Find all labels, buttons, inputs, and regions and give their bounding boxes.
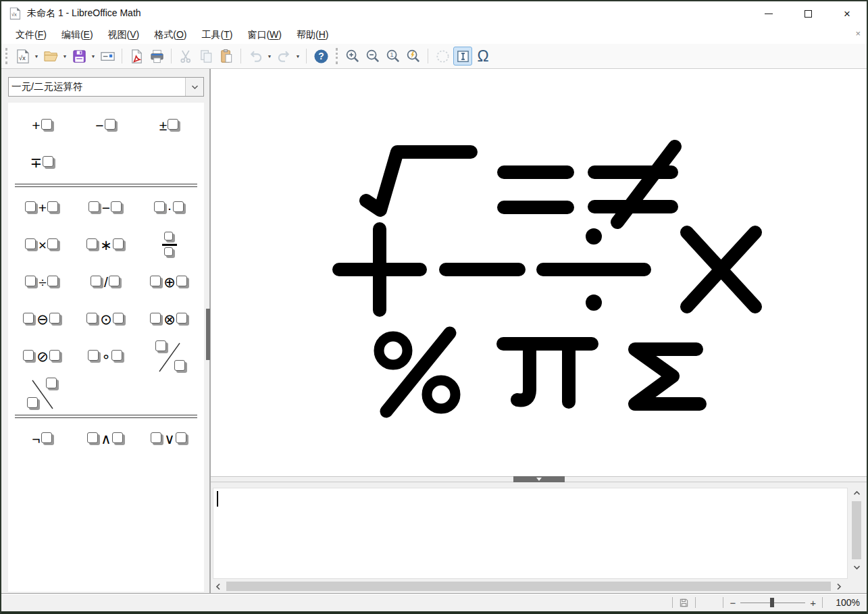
collapse-arrow-icon [536,478,542,481]
menu-e[interactable]: 编辑(E) [54,27,101,43]
toolbar-grip-icon[interactable] [336,48,338,64]
command-window [211,482,867,593]
zoom-in-icon[interactable]: + [810,597,816,609]
element-star-product[interactable]: ∗ [74,226,138,263]
category-selector[interactable]: 一元/二元运算符 [8,77,204,97]
element-composition[interactable]: ∘ [74,338,138,375]
toolbar-separator [428,49,428,63]
element-division-slash[interactable]: / [74,263,138,301]
open-button[interactable] [41,47,60,66]
zoom-out-icon[interactable]: − [730,597,736,609]
minimize-button[interactable] [749,1,788,26]
menu-t[interactable]: 工具(T) [195,27,240,43]
element-circled-slash[interactable]: ⊘ [11,338,74,375]
email-icon [100,49,116,64]
redo-icon [276,49,292,64]
placeholder-box [173,201,184,212]
zoom-slider[interactable]: − + [730,597,816,609]
help-button[interactable]: ? [311,47,330,66]
placeholder-box [176,276,187,286]
element-unary-minus[interactable]: − [74,107,138,144]
scrollbar-thumb[interactable] [852,501,861,559]
undo-dropdown: ▼ [266,47,273,66]
menu-v[interactable]: 视图(V) [101,27,147,43]
element-boolean-and[interactable]: ∧ [74,420,138,457]
element-fraction[interactable] [138,226,201,263]
element-addition[interactable]: + [11,189,74,226]
vertical-scrollbar[interactable] [850,488,863,579]
element-dot-product[interactable]: · [138,189,201,226]
update-icon [435,49,451,64]
command-input[interactable] [213,488,848,579]
zoom-in-button[interactable] [343,47,362,66]
element-boolean-not[interactable]: ¬ [11,420,74,457]
element-multiplication[interactable]: × [11,226,74,263]
new-formula-icon: √x [15,49,30,64]
element-circled-plus[interactable]: ⊕ [138,263,201,301]
close-document-icon[interactable]: × [855,29,861,38]
menu-w[interactable]: 窗口(W) [240,27,289,43]
print-button[interactable] [147,47,166,66]
element-minus-plus[interactable]: ∓ [11,144,74,181]
statusbar-separator [723,597,723,608]
placeholder-box [164,232,173,240]
symbols-catalog-button[interactable]: Ω [474,47,492,66]
horizontal-splitter-handle[interactable] [513,476,565,482]
open-dropdown[interactable]: ▼ [61,47,68,66]
save-dropdown[interactable]: ▼ [90,47,97,66]
section-separator [11,412,201,420]
menu-o[interactable]: 格式(O) [147,27,194,43]
grid-gap [74,375,138,412]
toolbar-grip-icon[interactable] [5,48,9,64]
element-subtraction[interactable]: − [74,189,138,226]
symbols-catalog-icon: Ω [477,47,488,66]
maximize-icon [805,10,812,18]
placeholder-box [86,238,97,249]
elements-grid: +−±∓+−·×∗÷/⊕⊖⊙⊗⊘∘¬∧∨ [11,107,201,457]
formula-cursor-button[interactable] [453,47,472,66]
paste-button[interactable] [217,47,236,66]
menu-f[interactable]: 文件(F) [8,27,54,43]
element-wide-slash[interactable] [138,338,201,375]
scroll-up-icon[interactable] [851,488,862,498]
maximize-button[interactable] [788,1,827,26]
element-unary-plus[interactable]: + [11,107,74,144]
operator-glyph: ⊙ [99,312,113,326]
element-boolean-or[interactable]: ∨ [138,420,201,457]
placeholder-box [25,238,36,249]
zoom-slider-thumb[interactable] [770,598,774,607]
zoom-out-button[interactable] [363,47,382,66]
scrollbar-thumb[interactable] [226,582,831,591]
element-circled-minus[interactable]: ⊖ [11,301,74,338]
element-wide-backslash[interactable] [11,375,74,412]
placeholder-box [47,238,58,249]
show-all-button[interactable] [404,47,423,66]
elements-panel: 一元/二元运算符 +−±∓+−·×∗÷/⊕⊖⊙⊗⊘∘¬∧∨ [1,69,209,593]
element-division-sign[interactable]: ÷ [11,263,74,301]
svg-text:1: 1 [390,51,393,58]
formula-view[interactable] [211,69,867,476]
placeholder-box [87,432,98,443]
zoom-100-button[interactable]: 1 [384,47,403,66]
scroll-right-icon[interactable] [834,581,844,592]
close-button[interactable]: × [827,1,867,26]
save-button[interactable] [70,47,88,66]
element-circled-dot[interactable]: ⊙ [74,301,138,338]
new-formula-button[interactable]: √x [13,47,32,66]
zoom-level[interactable]: 100% [829,597,860,608]
vertical-splitter-handle[interactable] [206,309,210,360]
horizontal-splitter[interactable] [211,476,867,482]
horizontal-scrollbar[interactable] [213,580,844,593]
menu-h[interactable]: 帮助(H) [289,27,336,43]
email-button[interactable] [98,47,117,66]
chevron-down-icon[interactable] [185,78,203,96]
zoom-slider-track[interactable] [740,598,805,607]
export-pdf-button[interactable] [127,47,146,66]
update-button [433,47,452,66]
element-plus-minus[interactable]: ± [138,107,201,144]
scroll-down-icon[interactable] [851,562,862,573]
operator-glyph: ⊖ [36,312,49,326]
new-formula-dropdown[interactable]: ▼ [33,47,40,66]
element-circled-times[interactable]: ⊗ [138,301,201,338]
scroll-left-icon[interactable] [213,581,224,592]
